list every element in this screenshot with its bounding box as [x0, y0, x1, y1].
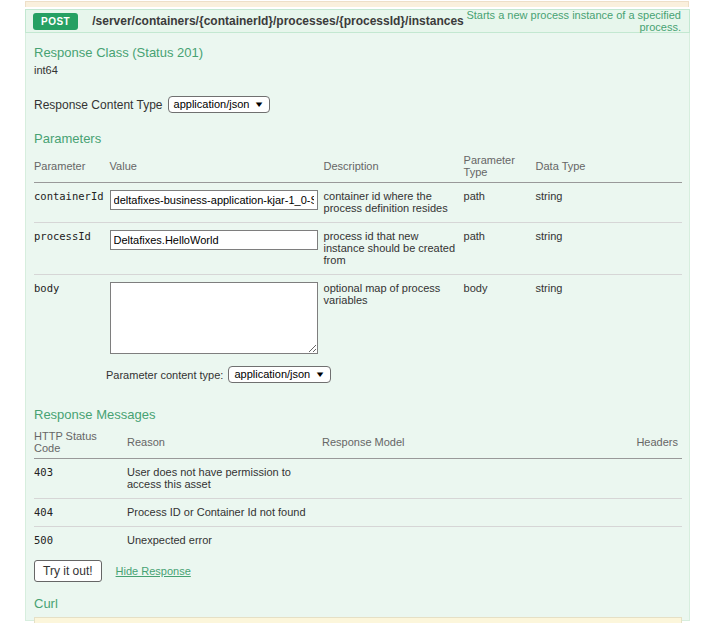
- endpoint-path[interactable]: /server/containers/{containerId}/process…: [92, 14, 464, 28]
- status-reason: User does not have permission to access …: [127, 459, 322, 499]
- param-description: process id that new instance should be c…: [324, 223, 464, 275]
- body-textarea[interactable]: [110, 282, 318, 354]
- param-type: body: [464, 275, 536, 365]
- swagger-operation-panel: POST /server/containers/{containerId}/pr…: [25, 1, 691, 621]
- param-data-type: string: [536, 223, 682, 275]
- table-row: containerId container id where the proce…: [34, 183, 682, 223]
- chevron-down-icon: ▼: [254, 100, 265, 109]
- col-headers: Headers: [622, 426, 682, 459]
- parameter-content-type-label: Parameter content type:: [106, 369, 223, 381]
- status-code: 404: [34, 499, 127, 527]
- param-description: container id where the process definitio…: [324, 183, 464, 223]
- param-description: optional map of process variables: [324, 275, 464, 365]
- param-data-type: string: [536, 183, 682, 223]
- previous-section-box-sliver: [25, 1, 689, 7]
- curl-heading: Curl: [34, 596, 681, 611]
- col-response-model: Response Model: [322, 426, 622, 459]
- parameter-content-type-select[interactable]: application/json ▼: [228, 366, 331, 383]
- response-headers: [622, 459, 682, 499]
- param-data-type: string: [536, 275, 682, 365]
- parameters-table: Parameter Value Description Parameter Ty…: [34, 150, 682, 364]
- col-reason: Reason: [127, 426, 322, 459]
- response-headers: [622, 527, 682, 555]
- hide-response-link[interactable]: Hide Response: [116, 565, 191, 577]
- curl-box: curl -X POST --header 'Content-Type: app…: [34, 617, 682, 623]
- response-messages-heading: Response Messages: [34, 407, 681, 422]
- response-content-type-label: Response Content Type: [34, 98, 163, 112]
- col-description: Description: [324, 150, 464, 183]
- status-code: 500: [34, 527, 127, 555]
- table-row: 404 Process ID or Container Id not found: [34, 499, 682, 527]
- try-it-out-button[interactable]: Try it out!: [34, 560, 102, 582]
- param-name: body: [34, 275, 110, 365]
- response-class-type: int64: [34, 64, 681, 76]
- status-reason: Process ID or Container Id not found: [127, 499, 322, 527]
- response-class-heading: Response Class (Status 201): [34, 45, 681, 60]
- status-code: 403: [34, 459, 127, 499]
- status-reason: Unexpected error: [127, 527, 322, 555]
- col-data-type: Data Type: [536, 150, 682, 183]
- table-row: 403 User does not have permission to acc…: [34, 459, 682, 499]
- response-headers: [622, 499, 682, 527]
- operation-content: Response Class (Status 201) int64 Respon…: [25, 33, 690, 621]
- processId-input[interactable]: [110, 230, 318, 250]
- operation-header-bar[interactable]: POST /server/containers/{containerId}/pr…: [25, 9, 690, 33]
- table-row: processId process id that new instance s…: [34, 223, 682, 275]
- response-model: [322, 459, 622, 499]
- response-messages-table: HTTP Status Code Reason Response Model H…: [34, 426, 682, 554]
- chevron-down-icon: ▼: [315, 370, 326, 379]
- response-model: [322, 499, 622, 527]
- param-type: path: [464, 183, 536, 223]
- param-name: containerId: [34, 183, 110, 223]
- table-row: 500 Unexpected error: [34, 527, 682, 555]
- response-content-type-select[interactable]: application/json ▼: [168, 96, 271, 113]
- col-http-status-code: HTTP Status Code: [34, 426, 127, 459]
- http-method-badge: POST: [33, 13, 78, 30]
- containerId-input[interactable]: [110, 190, 318, 210]
- col-value: Value: [110, 150, 324, 183]
- table-row: body optional map of process variables b…: [34, 275, 682, 365]
- col-parameter-type: Parameter Type: [464, 150, 536, 183]
- col-parameter: Parameter: [34, 150, 110, 183]
- param-name: processId: [34, 223, 110, 275]
- parameters-heading: Parameters: [34, 131, 681, 146]
- operation-summary: Starts a new process instance of a speci…: [464, 9, 681, 33]
- param-type: path: [464, 223, 536, 275]
- response-model: [322, 527, 622, 555]
